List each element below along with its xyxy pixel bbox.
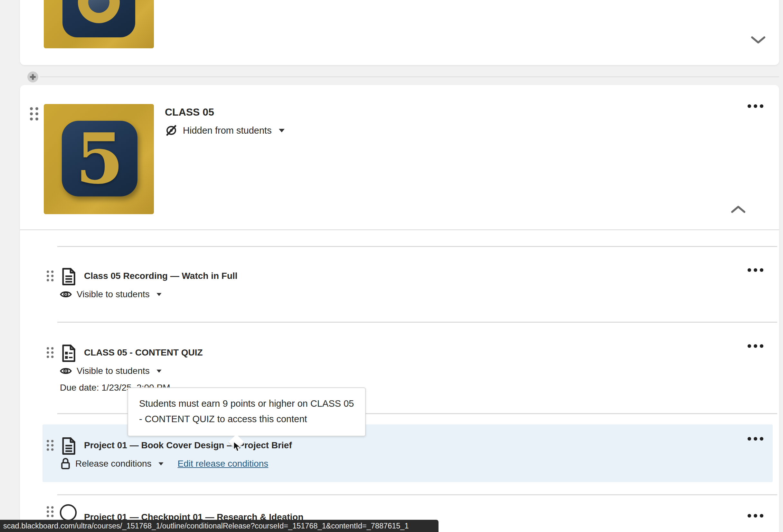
item-menu-button[interactable] (746, 435, 765, 442)
previous-class-tile-image (44, 0, 154, 48)
row-divider (57, 246, 777, 247)
quiz-icon (62, 345, 76, 362)
item-title[interactable]: CLASS 05 - CONTENT QUIZ (84, 347, 203, 358)
item-menu-button[interactable] (746, 266, 765, 274)
card-section-divider (20, 229, 779, 230)
eye-slash-icon (165, 124, 178, 136)
chevron-up-icon[interactable] (728, 202, 748, 218)
class-menu-button[interactable] (746, 102, 765, 110)
course-outline-page: 5 CLASS 05 Hidden from students Class (0, 0, 783, 532)
item-menu-button[interactable] (746, 342, 765, 350)
drag-handle-icon[interactable] (47, 347, 54, 358)
lock-icon (61, 457, 70, 470)
class-05-digit: 5 (62, 121, 137, 196)
circle-icon (59, 502, 77, 521)
item-visibility-label: Visible to students (76, 289, 150, 300)
row-divider (57, 494, 777, 495)
status-url-bar: scad.blackboard.com/ultra/courses/_15176… (0, 520, 439, 532)
eye-icon (60, 367, 72, 375)
item-menu-button[interactable] (746, 512, 765, 520)
row-divider (57, 322, 777, 323)
document-icon (62, 437, 76, 455)
class-title: CLASS 05 (165, 106, 214, 118)
item-title[interactable]: Class 05 Recording — Watch in Full (84, 271, 238, 281)
caret-down-icon (156, 369, 161, 372)
release-conditions-label[interactable]: Release conditions (75, 459, 152, 469)
drag-handle-icon[interactable] (47, 271, 54, 281)
item-visibility-dropdown[interactable]: Visible to students (60, 289, 162, 300)
item-title[interactable]: Project 01 — Book Cover Design — Project… (84, 440, 292, 450)
caret-down-icon (156, 293, 161, 295)
item-release-conditions: Release conditions Edit release conditio… (61, 457, 268, 470)
caret-down-icon (279, 129, 285, 132)
release-condition-tooltip: Students must earn 9 points or higher on… (127, 387, 366, 436)
caret-down-icon (158, 462, 163, 465)
item-visibility-dropdown[interactable]: Visible to students (60, 366, 162, 376)
class-visibility-label: Hidden from students (183, 125, 272, 136)
edit-release-conditions-link[interactable]: Edit release conditions (178, 459, 269, 469)
document-icon (62, 268, 76, 285)
class-visibility-dropdown[interactable]: Hidden from students (165, 124, 285, 136)
item-visibility-label: Visible to students (76, 366, 150, 376)
eye-icon (60, 290, 72, 299)
status-url-text: scad.blackboard.com/ultra/courses/_15176… (0, 522, 409, 530)
chevron-down-icon[interactable] (748, 33, 768, 48)
drag-handle-icon[interactable] (47, 506, 54, 517)
drag-handle-icon[interactable] (30, 107, 38, 120)
class-05-tile-image: 5 (44, 104, 154, 214)
insert-divider-line (40, 76, 779, 77)
drag-handle-icon[interactable] (47, 440, 54, 451)
add-content-button[interactable] (27, 71, 38, 83)
previous-class-card (20, 0, 779, 65)
mouse-cursor (233, 441, 242, 452)
